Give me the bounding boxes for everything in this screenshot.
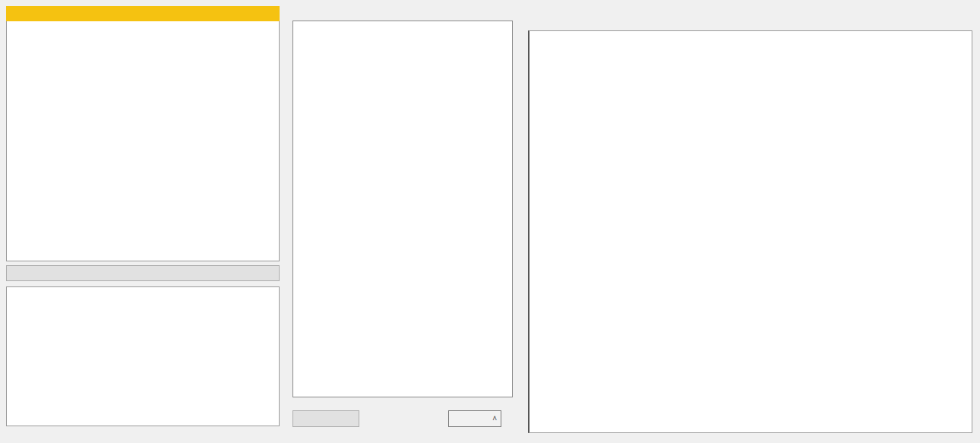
format-dropdown[interactable]: ˄ (448, 410, 501, 427)
script-panel (6, 6, 280, 426)
chevron-down-icon: ˄ (492, 411, 497, 426)
run-button[interactable] (6, 265, 280, 281)
code-editor[interactable] (6, 21, 280, 261)
wireframe-svg (530, 31, 972, 433)
save-row: ˄ (292, 410, 513, 429)
feedback-box[interactable] (6, 286, 280, 426)
save-selected-button[interactable] (292, 410, 359, 427)
script-header (6, 6, 280, 21)
volumes-list (292, 21, 513, 397)
volumes-label (292, 6, 513, 21)
volumes-panel: ˄ (292, 6, 513, 397)
viewport-3d[interactable] (528, 30, 972, 433)
